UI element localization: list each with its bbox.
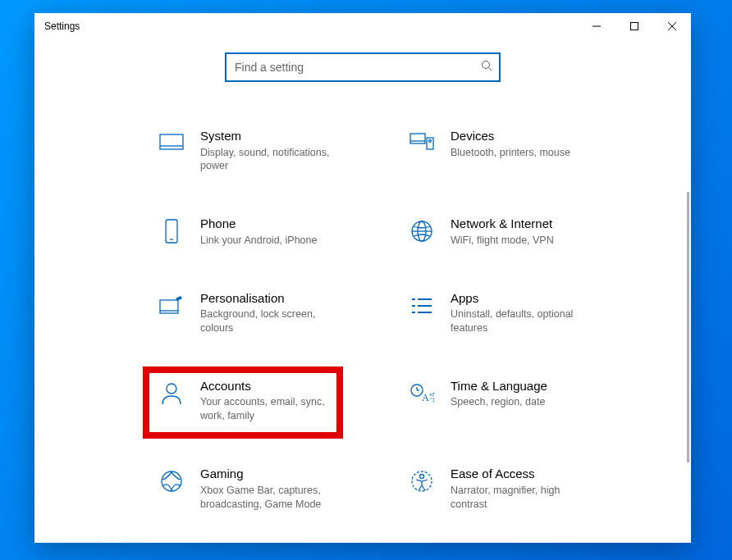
category-title: Time & Language: [451, 378, 547, 394]
window-title: Settings: [44, 20, 80, 32]
system-icon: [158, 130, 185, 157]
apps-icon: [408, 292, 436, 320]
phone-icon: [158, 217, 185, 245]
scrollbar[interactable]: [687, 192, 689, 462]
category-desc: Display, sound, notifications, power: [200, 146, 340, 174]
svg-point-4: [483, 61, 490, 69]
category-accounts[interactable]: Accounts Your accounts, email, sync, wor…: [158, 378, 391, 423]
category-desc: Background, lock screen, colours: [200, 307, 340, 335]
time-language-icon: A字: [408, 380, 436, 407]
category-network[interactable]: Network & Internet WiFi, flight mode, VP…: [408, 216, 642, 247]
category-ease-of-access[interactable]: Ease of Access Narrator, magnifier, high…: [408, 466, 642, 511]
category-title: Phone: [200, 216, 317, 232]
titlebar: Settings: [34, 13, 691, 39]
gaming-icon: [158, 467, 185, 495]
category-system[interactable]: System Display, sound, notifications, po…: [158, 128, 391, 173]
category-desc: Speech, region, date: [451, 395, 547, 409]
category-desc: Xbox Game Bar, captures, broadcasting, G…: [200, 484, 340, 512]
category-title: Apps: [451, 290, 590, 307]
category-desc: Your accounts, email, sync, work, family: [200, 395, 340, 423]
globe-icon: [408, 217, 436, 245]
svg-rect-1: [631, 23, 638, 30]
category-gaming[interactable]: Gaming Xbox Game Bar, captures, broadcas…: [158, 466, 391, 511]
svg-point-30: [162, 471, 181, 491]
settings-window: Settings Sys: [34, 13, 691, 543]
category-desc: Narrator, magnifier, high contrast: [451, 484, 590, 512]
maximize-icon: [630, 22, 638, 30]
minimize-icon: [592, 22, 601, 30]
accounts-icon: [158, 380, 185, 407]
category-title: Gaming: [200, 466, 340, 482]
category-personalisation[interactable]: Personalisation Background, lock screen,…: [158, 290, 391, 335]
svg-point-25: [167, 384, 176, 394]
category-title: Devices: [451, 128, 570, 144]
category-time-language[interactable]: A字 Time & Language Speech, region, date: [408, 378, 642, 423]
category-desc: WiFi, flight mode, VPN: [451, 234, 554, 248]
maximize-button[interactable]: [615, 13, 653, 39]
personalisation-icon: [158, 292, 185, 320]
category-phone[interactable]: Phone Link your Android, iPhone: [158, 216, 391, 247]
category-title: Ease of Access: [451, 466, 590, 482]
category-apps[interactable]: Apps Uninstall, defaults, optional featu…: [408, 290, 642, 335]
svg-text:A字: A字: [422, 392, 434, 403]
search-input[interactable]: [233, 54, 481, 80]
category-title: Personalisation: [200, 290, 340, 307]
svg-rect-6: [160, 134, 183, 149]
minimize-button[interactable]: [578, 13, 615, 39]
svg-line-5: [489, 68, 492, 71]
categories-grid: System Display, sound, notifications, po…: [34, 128, 691, 511]
devices-icon: [408, 130, 436, 157]
search-box[interactable]: [225, 52, 501, 82]
svg-rect-8: [410, 134, 425, 143]
category-title: System: [200, 128, 340, 144]
category-devices[interactable]: Devices Bluetooth, printers, mouse: [408, 128, 642, 173]
close-icon: [668, 22, 676, 30]
category-desc: Bluetooth, printers, mouse: [451, 146, 570, 160]
content-area: System Display, sound, notifications, po…: [34, 39, 691, 543]
category-desc: Uninstall, defaults, optional features: [451, 307, 590, 335]
svg-point-32: [420, 475, 424, 479]
window-controls: [578, 13, 691, 39]
ease-of-access-icon: [408, 467, 436, 495]
category-title: Network & Internet: [451, 216, 554, 232]
close-button[interactable]: [653, 13, 691, 39]
search-icon[interactable]: [481, 60, 492, 75]
category-desc: Link your Android, iPhone: [200, 234, 317, 248]
category-title: Accounts: [200, 378, 340, 394]
svg-point-11: [429, 140, 432, 143]
